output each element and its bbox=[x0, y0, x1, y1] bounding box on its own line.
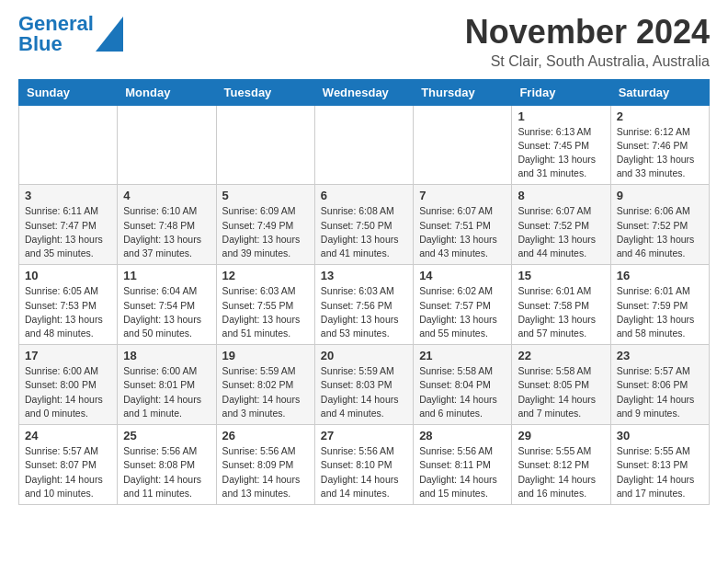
day-number: 28 bbox=[419, 429, 506, 442]
calendar-week-row: 10Sunrise: 6:05 AMSunset: 7:53 PMDayligh… bbox=[19, 265, 710, 345]
day-number: 14 bbox=[419, 269, 506, 282]
day-number: 24 bbox=[25, 429, 111, 442]
logo-icon bbox=[96, 17, 123, 52]
day-number: 30 bbox=[617, 429, 703, 442]
calendar-week-row: 1Sunrise: 6:13 AMSunset: 7:45 PMDaylight… bbox=[19, 105, 710, 185]
day-number: 27 bbox=[321, 429, 407, 442]
calendar-cell: 26Sunrise: 5:56 AMSunset: 8:09 PMDayligh… bbox=[216, 425, 314, 505]
day-number: 8 bbox=[518, 189, 604, 202]
calendar-cell: 8Sunrise: 6:07 AMSunset: 7:52 PMDaylight… bbox=[512, 185, 610, 265]
day-info: Sunrise: 5:58 AMSunset: 8:05 PMDaylight:… bbox=[518, 364, 604, 420]
day-info: Sunrise: 5:55 AMSunset: 8:12 PMDaylight:… bbox=[518, 444, 604, 500]
logo-blue: Blue bbox=[18, 34, 94, 54]
day-info: Sunrise: 6:08 AMSunset: 7:50 PMDaylight:… bbox=[321, 204, 407, 260]
calendar-cell: 13Sunrise: 6:03 AMSunset: 7:56 PMDayligh… bbox=[314, 265, 413, 345]
calendar-cell: 25Sunrise: 5:56 AMSunset: 8:08 PMDayligh… bbox=[118, 425, 216, 505]
day-number: 18 bbox=[123, 349, 210, 362]
day-number: 13 bbox=[321, 269, 407, 282]
day-number: 2 bbox=[617, 109, 703, 123]
calendar-cell: 10Sunrise: 6:05 AMSunset: 7:53 PMDayligh… bbox=[19, 265, 118, 345]
day-number: 20 bbox=[321, 349, 407, 362]
day-info: Sunrise: 6:09 AMSunset: 7:49 PMDaylight:… bbox=[222, 204, 309, 260]
day-number: 17 bbox=[25, 349, 111, 362]
calendar-cell: 20Sunrise: 5:59 AMSunset: 8:03 PMDayligh… bbox=[314, 345, 413, 425]
day-info: Sunrise: 6:04 AMSunset: 7:54 PMDaylight:… bbox=[123, 284, 210, 340]
calendar-cell: 5Sunrise: 6:09 AMSunset: 7:49 PMDaylight… bbox=[216, 185, 314, 265]
weekday-header: Friday bbox=[512, 79, 610, 105]
calendar: SundayMondayTuesdayWednesdayThursdayFrid… bbox=[18, 79, 710, 505]
day-number: 15 bbox=[518, 269, 604, 282]
logo: General Blue bbox=[18, 14, 123, 54]
day-number: 21 bbox=[419, 349, 506, 362]
day-info: Sunrise: 6:01 AMSunset: 7:58 PMDaylight:… bbox=[518, 284, 604, 340]
calendar-cell: 23Sunrise: 5:57 AMSunset: 8:06 PMDayligh… bbox=[610, 345, 709, 425]
day-info: Sunrise: 6:00 AMSunset: 8:01 PMDaylight:… bbox=[123, 364, 210, 420]
day-info: Sunrise: 6:07 AMSunset: 7:52 PMDaylight:… bbox=[518, 204, 604, 260]
logo-general: General bbox=[18, 14, 94, 34]
calendar-cell: 4Sunrise: 6:10 AMSunset: 7:48 PMDaylight… bbox=[118, 185, 216, 265]
weekday-header: Thursday bbox=[414, 79, 512, 105]
day-number: 3 bbox=[25, 189, 111, 202]
calendar-cell: 16Sunrise: 6:01 AMSunset: 7:59 PMDayligh… bbox=[610, 265, 709, 345]
calendar-cell bbox=[314, 105, 413, 185]
svg-marker-0 bbox=[96, 17, 123, 52]
day-info: Sunrise: 5:57 AMSunset: 8:06 PMDaylight:… bbox=[617, 364, 703, 420]
day-info: Sunrise: 6:05 AMSunset: 7:53 PMDaylight:… bbox=[25, 284, 111, 340]
calendar-week-row: 3Sunrise: 6:11 AMSunset: 7:47 PMDaylight… bbox=[19, 185, 710, 265]
calendar-cell: 11Sunrise: 6:04 AMSunset: 7:54 PMDayligh… bbox=[118, 265, 216, 345]
calendar-cell: 19Sunrise: 5:59 AMSunset: 8:02 PMDayligh… bbox=[216, 345, 314, 425]
day-info: Sunrise: 5:56 AMSunset: 8:09 PMDaylight:… bbox=[222, 444, 309, 500]
day-info: Sunrise: 5:55 AMSunset: 8:13 PMDaylight:… bbox=[617, 444, 703, 500]
calendar-cell bbox=[414, 105, 512, 185]
day-number: 23 bbox=[617, 349, 703, 362]
calendar-cell: 3Sunrise: 6:11 AMSunset: 7:47 PMDaylight… bbox=[19, 185, 118, 265]
calendar-header-row: SundayMondayTuesdayWednesdayThursdayFrid… bbox=[19, 79, 710, 105]
month-title: November 2024 bbox=[465, 14, 710, 51]
day-info: Sunrise: 6:02 AMSunset: 7:57 PMDaylight:… bbox=[419, 284, 506, 340]
day-number: 10 bbox=[25, 269, 111, 282]
calendar-cell: 24Sunrise: 5:57 AMSunset: 8:07 PMDayligh… bbox=[19, 425, 118, 505]
day-info: Sunrise: 6:11 AMSunset: 7:47 PMDaylight:… bbox=[25, 204, 111, 260]
day-info: Sunrise: 6:01 AMSunset: 7:59 PMDaylight:… bbox=[617, 284, 703, 340]
day-number: 5 bbox=[222, 189, 309, 202]
day-info: Sunrise: 6:03 AMSunset: 7:56 PMDaylight:… bbox=[321, 284, 407, 340]
day-info: Sunrise: 6:07 AMSunset: 7:51 PMDaylight:… bbox=[419, 204, 506, 260]
weekday-header: Tuesday bbox=[216, 79, 314, 105]
calendar-cell: 30Sunrise: 5:55 AMSunset: 8:13 PMDayligh… bbox=[610, 425, 709, 505]
location: St Clair, South Australia, Australia bbox=[465, 53, 710, 70]
weekday-header: Saturday bbox=[610, 79, 709, 105]
calendar-cell: 21Sunrise: 5:58 AMSunset: 8:04 PMDayligh… bbox=[414, 345, 512, 425]
calendar-cell: 28Sunrise: 5:56 AMSunset: 8:11 PMDayligh… bbox=[414, 425, 512, 505]
calendar-cell: 9Sunrise: 6:06 AMSunset: 7:52 PMDaylight… bbox=[610, 185, 709, 265]
day-info: Sunrise: 6:12 AMSunset: 7:46 PMDaylight:… bbox=[617, 125, 703, 181]
calendar-week-row: 17Sunrise: 6:00 AMSunset: 8:00 PMDayligh… bbox=[19, 345, 710, 425]
day-info: Sunrise: 6:13 AMSunset: 7:45 PMDaylight:… bbox=[518, 125, 604, 181]
calendar-cell bbox=[19, 105, 118, 185]
weekday-header: Monday bbox=[118, 79, 216, 105]
calendar-cell: 1Sunrise: 6:13 AMSunset: 7:45 PMDaylight… bbox=[512, 105, 610, 185]
day-info: Sunrise: 5:57 AMSunset: 8:07 PMDaylight:… bbox=[25, 444, 111, 500]
day-info: Sunrise: 6:03 AMSunset: 7:55 PMDaylight:… bbox=[222, 284, 309, 340]
calendar-cell: 27Sunrise: 5:56 AMSunset: 8:10 PMDayligh… bbox=[314, 425, 413, 505]
page: General Blue November 2024 St Clair, Sou… bbox=[0, 0, 728, 519]
calendar-cell: 6Sunrise: 6:08 AMSunset: 7:50 PMDaylight… bbox=[314, 185, 413, 265]
day-number: 16 bbox=[617, 269, 703, 282]
title-area: November 2024 St Clair, South Australia,… bbox=[465, 14, 710, 70]
day-number: 11 bbox=[123, 269, 210, 282]
day-info: Sunrise: 5:58 AMSunset: 8:04 PMDaylight:… bbox=[419, 364, 506, 420]
calendar-cell: 7Sunrise: 6:07 AMSunset: 7:51 PMDaylight… bbox=[414, 185, 512, 265]
calendar-cell: 18Sunrise: 6:00 AMSunset: 8:01 PMDayligh… bbox=[118, 345, 216, 425]
calendar-cell: 17Sunrise: 6:00 AMSunset: 8:00 PMDayligh… bbox=[19, 345, 118, 425]
day-info: Sunrise: 5:56 AMSunset: 8:11 PMDaylight:… bbox=[419, 444, 506, 500]
day-number: 1 bbox=[518, 109, 604, 123]
calendar-week-row: 24Sunrise: 5:57 AMSunset: 8:07 PMDayligh… bbox=[19, 425, 710, 505]
day-number: 22 bbox=[518, 349, 604, 362]
day-number: 7 bbox=[419, 189, 506, 202]
calendar-cell: 14Sunrise: 6:02 AMSunset: 7:57 PMDayligh… bbox=[414, 265, 512, 345]
day-number: 4 bbox=[123, 189, 210, 202]
day-number: 12 bbox=[222, 269, 309, 282]
calendar-cell: 2Sunrise: 6:12 AMSunset: 7:46 PMDaylight… bbox=[610, 105, 709, 185]
day-info: Sunrise: 6:10 AMSunset: 7:48 PMDaylight:… bbox=[123, 204, 210, 260]
day-info: Sunrise: 5:59 AMSunset: 8:03 PMDaylight:… bbox=[321, 364, 407, 420]
day-number: 29 bbox=[518, 429, 604, 442]
